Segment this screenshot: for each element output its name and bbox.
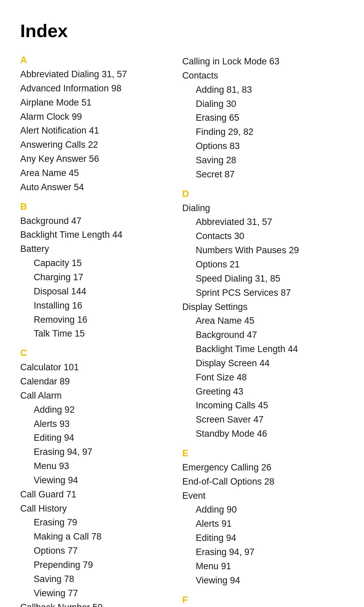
page-container: Index AAbbreviated Dialing 31, 57Advance… <box>0 0 364 607</box>
index-entry: Prepending 79 <box>20 558 169 572</box>
index-entry: Editing 94 <box>182 531 344 545</box>
section-letter-b: B <box>20 201 169 212</box>
index-entry: Numbers With Pauses 29 <box>182 243 344 258</box>
index-entry: Greeting 43 <box>182 385 344 399</box>
index-entry: Making a Call 78 <box>20 530 169 544</box>
index-entry: Call Guard 71 <box>20 488 169 502</box>
index-entry: Viewing 77 <box>20 586 169 601</box>
left-column: AAbbreviated Dialing 31, 57Advanced Info… <box>20 55 176 607</box>
index-entry: Erasing 94, 97 <box>182 545 344 559</box>
index-entry: Editing 94 <box>20 431 169 445</box>
index-entry: Background 47 <box>182 328 344 342</box>
index-entry: Calendar 89 <box>20 375 169 389</box>
section-letter-c: C <box>20 348 169 358</box>
index-entry: Alert Notification 41 <box>20 124 169 138</box>
index-entry: Adding 90 <box>182 503 344 517</box>
index-entry: Saving 78 <box>20 572 169 586</box>
index-entry: Any Key Answer 56 <box>20 152 169 166</box>
index-entry: Viewing 94 <box>182 574 344 588</box>
index-entry: Alarm Clock 99 <box>20 110 169 124</box>
index-entry: Incoming Calls 45 <box>182 399 344 413</box>
index-entry: Call Alarm <box>20 389 169 403</box>
index-entry: Speed Dialing 31, 85 <box>182 272 344 286</box>
index-entry: Erasing 94, 97 <box>20 445 169 459</box>
index-entry: Installing 16 <box>20 299 169 313</box>
index-entry: Dialing 30 <box>182 97 344 111</box>
index-entry: Finding 29, 82 <box>182 125 344 139</box>
index-entry: Options 77 <box>20 544 169 558</box>
section-letter-a: A <box>20 55 169 65</box>
index-entry: Background 47 <box>20 214 169 228</box>
index-entry: End-of-Call Options 28 <box>182 475 344 489</box>
section-letter-e: E <box>182 448 344 459</box>
index-entry: Contacts 30 <box>182 229 344 243</box>
index-entry: Standby Mode 46 <box>182 427 344 441</box>
index-entry: Secret 87 <box>182 168 344 182</box>
index-entry: Area Name 45 <box>182 314 344 328</box>
index-entry: Calculator 101 <box>20 360 169 375</box>
index-entry: Disposal 144 <box>20 285 169 299</box>
index-entry: Advanced Information 98 <box>20 82 169 96</box>
index-entry: Erasing 65 <box>182 111 344 125</box>
index-entry: Alerts 93 <box>20 417 169 431</box>
index-entry: Emergency Calling 26 <box>182 461 344 475</box>
index-entry: Event <box>182 489 344 503</box>
index-entry: Capacity 15 <box>20 256 169 270</box>
index-entry: Menu 91 <box>182 559 344 574</box>
index-entry: Call History <box>20 502 169 516</box>
index-entry: Viewing 94 <box>20 473 169 488</box>
index-entry: Calling in Lock Mode 63 <box>182 55 344 69</box>
index-entry: Abbreviated 31, 57 <box>182 215 344 229</box>
index-entry: Contacts <box>182 69 344 83</box>
index-entry: Menu 93 <box>20 459 169 473</box>
index-entry: Answering Calls 22 <box>20 138 169 152</box>
right-column: Calling in Lock Mode 63ContactsAdding 81… <box>176 55 344 607</box>
section-letter-f: F <box>182 595 344 605</box>
index-entry: Screen Saver 47 <box>182 413 344 427</box>
index-entry: Saving 28 <box>182 153 344 168</box>
index-columns: AAbbreviated Dialing 31, 57Advanced Info… <box>20 55 344 607</box>
index-entry: Backlight Time Length 44 <box>20 228 169 242</box>
index-entry: Alerts 91 <box>182 517 344 531</box>
index-entry: Display Settings <box>182 300 344 314</box>
index-entry: Erasing 79 <box>20 516 169 530</box>
index-entry: Adding 81, 83 <box>182 83 344 97</box>
index-entry: Sprint PCS Services 87 <box>182 286 344 300</box>
index-entry: Callback Number 59 <box>20 601 169 607</box>
index-entry: Auto Answer 54 <box>20 180 169 195</box>
index-entry: Airplane Mode 51 <box>20 96 169 110</box>
index-entry: Options 83 <box>182 139 344 153</box>
page-title: Index <box>20 20 344 41</box>
index-entry: Battery <box>20 242 169 256</box>
index-entry: Font Size 48 <box>182 371 344 385</box>
index-entry: Charging 17 <box>20 270 169 285</box>
index-entry: Display Screen 44 <box>182 356 344 371</box>
index-entry: Adding 92 <box>20 403 169 417</box>
index-entry: Area Name 45 <box>20 166 169 180</box>
index-entry: Talk Time 15 <box>20 327 169 341</box>
section-letter-d: D <box>182 189 344 199</box>
index-entry: Abbreviated Dialing 31, 57 <box>20 67 169 82</box>
index-entry: Dialing <box>182 201 344 215</box>
index-entry: Options 21 <box>182 258 344 272</box>
index-entry: Removing 16 <box>20 313 169 327</box>
index-entry: Backlight Time Length 44 <box>182 342 344 356</box>
